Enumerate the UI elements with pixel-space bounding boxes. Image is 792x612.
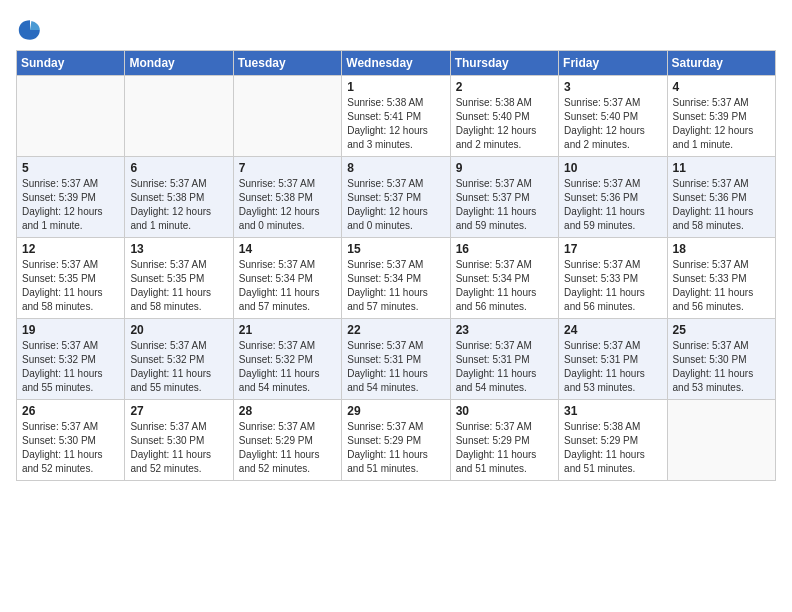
calendar-cell: 20Sunrise: 5:37 AM Sunset: 5:32 PM Dayli… <box>125 319 233 400</box>
day-info: Sunrise: 5:37 AM Sunset: 5:31 PM Dayligh… <box>456 339 553 395</box>
day-number: 2 <box>456 80 553 94</box>
calendar-cell <box>233 76 341 157</box>
day-info: Sunrise: 5:37 AM Sunset: 5:30 PM Dayligh… <box>22 420 119 476</box>
day-number: 11 <box>673 161 770 175</box>
day-info: Sunrise: 5:37 AM Sunset: 5:29 PM Dayligh… <box>456 420 553 476</box>
calendar-cell: 5Sunrise: 5:37 AM Sunset: 5:39 PM Daylig… <box>17 157 125 238</box>
calendar-cell: 1Sunrise: 5:38 AM Sunset: 5:41 PM Daylig… <box>342 76 450 157</box>
calendar-cell: 23Sunrise: 5:37 AM Sunset: 5:31 PM Dayli… <box>450 319 558 400</box>
day-info: Sunrise: 5:38 AM Sunset: 5:29 PM Dayligh… <box>564 420 661 476</box>
calendar-cell: 16Sunrise: 5:37 AM Sunset: 5:34 PM Dayli… <box>450 238 558 319</box>
day-info: Sunrise: 5:37 AM Sunset: 5:34 PM Dayligh… <box>456 258 553 314</box>
calendar-cell: 11Sunrise: 5:37 AM Sunset: 5:36 PM Dayli… <box>667 157 775 238</box>
calendar-cell: 10Sunrise: 5:37 AM Sunset: 5:36 PM Dayli… <box>559 157 667 238</box>
day-info: Sunrise: 5:37 AM Sunset: 5:34 PM Dayligh… <box>239 258 336 314</box>
day-number: 29 <box>347 404 444 418</box>
calendar-cell: 17Sunrise: 5:37 AM Sunset: 5:33 PM Dayli… <box>559 238 667 319</box>
day-number: 26 <box>22 404 119 418</box>
day-info: Sunrise: 5:37 AM Sunset: 5:32 PM Dayligh… <box>239 339 336 395</box>
day-number: 7 <box>239 161 336 175</box>
calendar-cell: 30Sunrise: 5:37 AM Sunset: 5:29 PM Dayli… <box>450 400 558 481</box>
calendar-cell: 12Sunrise: 5:37 AM Sunset: 5:35 PM Dayli… <box>17 238 125 319</box>
day-info: Sunrise: 5:38 AM Sunset: 5:41 PM Dayligh… <box>347 96 444 152</box>
day-number: 13 <box>130 242 227 256</box>
calendar-cell: 4Sunrise: 5:37 AM Sunset: 5:39 PM Daylig… <box>667 76 775 157</box>
calendar-cell: 26Sunrise: 5:37 AM Sunset: 5:30 PM Dayli… <box>17 400 125 481</box>
day-number: 19 <box>22 323 119 337</box>
day-header-saturday: Saturday <box>667 51 775 76</box>
calendar-cell: 29Sunrise: 5:37 AM Sunset: 5:29 PM Dayli… <box>342 400 450 481</box>
calendar-header-row: SundayMondayTuesdayWednesdayThursdayFrid… <box>17 51 776 76</box>
day-number: 1 <box>347 80 444 94</box>
day-number: 25 <box>673 323 770 337</box>
calendar-cell: 21Sunrise: 5:37 AM Sunset: 5:32 PM Dayli… <box>233 319 341 400</box>
day-number: 3 <box>564 80 661 94</box>
day-info: Sunrise: 5:37 AM Sunset: 5:37 PM Dayligh… <box>456 177 553 233</box>
logo-icon <box>16 16 44 44</box>
day-number: 31 <box>564 404 661 418</box>
calendar-cell: 28Sunrise: 5:37 AM Sunset: 5:29 PM Dayli… <box>233 400 341 481</box>
day-number: 5 <box>22 161 119 175</box>
day-info: Sunrise: 5:37 AM Sunset: 5:32 PM Dayligh… <box>130 339 227 395</box>
calendar-cell: 18Sunrise: 5:37 AM Sunset: 5:33 PM Dayli… <box>667 238 775 319</box>
day-info: Sunrise: 5:37 AM Sunset: 5:34 PM Dayligh… <box>347 258 444 314</box>
calendar-cell: 22Sunrise: 5:37 AM Sunset: 5:31 PM Dayli… <box>342 319 450 400</box>
calendar-week-row: 26Sunrise: 5:37 AM Sunset: 5:30 PM Dayli… <box>17 400 776 481</box>
day-number: 21 <box>239 323 336 337</box>
calendar-cell: 19Sunrise: 5:37 AM Sunset: 5:32 PM Dayli… <box>17 319 125 400</box>
day-info: Sunrise: 5:37 AM Sunset: 5:32 PM Dayligh… <box>22 339 119 395</box>
calendar-table: SundayMondayTuesdayWednesdayThursdayFrid… <box>16 50 776 481</box>
day-info: Sunrise: 5:37 AM Sunset: 5:31 PM Dayligh… <box>564 339 661 395</box>
day-number: 14 <box>239 242 336 256</box>
day-info: Sunrise: 5:37 AM Sunset: 5:37 PM Dayligh… <box>347 177 444 233</box>
calendar-cell: 15Sunrise: 5:37 AM Sunset: 5:34 PM Dayli… <box>342 238 450 319</box>
day-header-sunday: Sunday <box>17 51 125 76</box>
calendar-cell <box>667 400 775 481</box>
calendar-week-row: 12Sunrise: 5:37 AM Sunset: 5:35 PM Dayli… <box>17 238 776 319</box>
calendar-week-row: 5Sunrise: 5:37 AM Sunset: 5:39 PM Daylig… <box>17 157 776 238</box>
calendar-cell: 14Sunrise: 5:37 AM Sunset: 5:34 PM Dayli… <box>233 238 341 319</box>
day-number: 10 <box>564 161 661 175</box>
logo <box>16 16 48 44</box>
calendar-cell: 8Sunrise: 5:37 AM Sunset: 5:37 PM Daylig… <box>342 157 450 238</box>
calendar-cell: 31Sunrise: 5:38 AM Sunset: 5:29 PM Dayli… <box>559 400 667 481</box>
day-info: Sunrise: 5:37 AM Sunset: 5:35 PM Dayligh… <box>130 258 227 314</box>
day-info: Sunrise: 5:37 AM Sunset: 5:31 PM Dayligh… <box>347 339 444 395</box>
day-number: 30 <box>456 404 553 418</box>
page-header <box>16 16 776 44</box>
day-header-monday: Monday <box>125 51 233 76</box>
day-header-wednesday: Wednesday <box>342 51 450 76</box>
day-number: 9 <box>456 161 553 175</box>
calendar-cell: 25Sunrise: 5:37 AM Sunset: 5:30 PM Dayli… <box>667 319 775 400</box>
day-info: Sunrise: 5:37 AM Sunset: 5:29 PM Dayligh… <box>347 420 444 476</box>
calendar-cell: 3Sunrise: 5:37 AM Sunset: 5:40 PM Daylig… <box>559 76 667 157</box>
day-number: 8 <box>347 161 444 175</box>
day-info: Sunrise: 5:37 AM Sunset: 5:33 PM Dayligh… <box>673 258 770 314</box>
day-info: Sunrise: 5:37 AM Sunset: 5:36 PM Dayligh… <box>673 177 770 233</box>
day-number: 6 <box>130 161 227 175</box>
day-info: Sunrise: 5:37 AM Sunset: 5:38 PM Dayligh… <box>239 177 336 233</box>
day-info: Sunrise: 5:38 AM Sunset: 5:40 PM Dayligh… <box>456 96 553 152</box>
day-info: Sunrise: 5:37 AM Sunset: 5:35 PM Dayligh… <box>22 258 119 314</box>
day-info: Sunrise: 5:37 AM Sunset: 5:38 PM Dayligh… <box>130 177 227 233</box>
day-header-thursday: Thursday <box>450 51 558 76</box>
day-number: 27 <box>130 404 227 418</box>
day-number: 15 <box>347 242 444 256</box>
day-number: 18 <box>673 242 770 256</box>
calendar-cell: 13Sunrise: 5:37 AM Sunset: 5:35 PM Dayli… <box>125 238 233 319</box>
day-info: Sunrise: 5:37 AM Sunset: 5:30 PM Dayligh… <box>673 339 770 395</box>
calendar-week-row: 1Sunrise: 5:38 AM Sunset: 5:41 PM Daylig… <box>17 76 776 157</box>
day-number: 4 <box>673 80 770 94</box>
day-info: Sunrise: 5:37 AM Sunset: 5:40 PM Dayligh… <box>564 96 661 152</box>
calendar-cell: 24Sunrise: 5:37 AM Sunset: 5:31 PM Dayli… <box>559 319 667 400</box>
calendar-cell: 27Sunrise: 5:37 AM Sunset: 5:30 PM Dayli… <box>125 400 233 481</box>
calendar-cell <box>125 76 233 157</box>
day-number: 22 <box>347 323 444 337</box>
day-number: 28 <box>239 404 336 418</box>
calendar-cell: 6Sunrise: 5:37 AM Sunset: 5:38 PM Daylig… <box>125 157 233 238</box>
day-header-friday: Friday <box>559 51 667 76</box>
calendar-cell: 9Sunrise: 5:37 AM Sunset: 5:37 PM Daylig… <box>450 157 558 238</box>
calendar-cell: 2Sunrise: 5:38 AM Sunset: 5:40 PM Daylig… <box>450 76 558 157</box>
day-number: 12 <box>22 242 119 256</box>
calendar-cell <box>17 76 125 157</box>
